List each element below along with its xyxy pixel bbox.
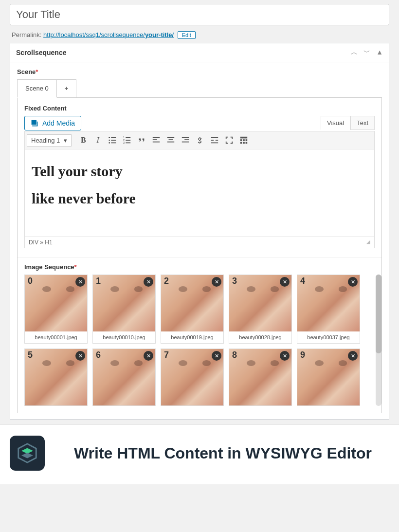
tab-scene-0[interactable]: Scene 0 <box>17 79 57 98</box>
svg-rect-23 <box>216 140 218 141</box>
blockquote-button[interactable] <box>135 133 148 147</box>
svg-rect-25 <box>240 137 247 139</box>
image-caption: beauty00019.jpeg <box>161 331 223 343</box>
move-down-icon[interactable]: ﹀ <box>363 48 370 57</box>
svg-rect-20 <box>182 142 189 143</box>
svg-rect-27 <box>243 139 245 141</box>
svg-point-2 <box>109 140 110 141</box>
remove-image-button[interactable]: ✕ <box>348 277 358 287</box>
numbered-list-button[interactable]: 123 <box>120 133 134 147</box>
add-scene-button[interactable]: + <box>57 79 77 98</box>
editor-heading-2: like never before <box>32 190 367 207</box>
align-center-button[interactable] <box>164 133 178 147</box>
collapse-icon[interactable]: ▲ <box>376 48 383 57</box>
svg-rect-21 <box>211 137 218 138</box>
image-sequence-item[interactable]: 3✕beauty00028.jpeg <box>229 275 292 344</box>
editor-canvas[interactable]: Tell your story like never before <box>24 149 375 237</box>
post-title-input[interactable] <box>10 4 389 25</box>
image-index: 6 <box>96 350 101 360</box>
align-right-button[interactable] <box>179 133 192 147</box>
format-select[interactable]: Heading 1 ▾ <box>27 134 72 147</box>
svg-point-4 <box>109 142 110 144</box>
link-button[interactable] <box>193 133 207 147</box>
svg-rect-31 <box>246 142 248 144</box>
image-index: 7 <box>164 350 169 360</box>
image-index: 2 <box>164 276 169 286</box>
fullscreen-button[interactable] <box>222 133 236 147</box>
image-index: 3 <box>232 276 237 286</box>
image-sequence-item[interactable]: 8✕ <box>229 349 292 406</box>
footer-title: Write HTML Content in WYSIWYG Editor <box>56 444 389 462</box>
svg-rect-3 <box>111 140 116 141</box>
scrollsequence-metabox: Scrollsequence ︿ ﹀ ▲ Scene* Scene 0 + Fi… <box>10 43 389 420</box>
resize-grip-icon[interactable]: ◢ <box>366 239 370 246</box>
remove-image-button[interactable]: ✕ <box>75 277 85 287</box>
image-sequence-item[interactable]: 9✕ <box>297 349 360 406</box>
svg-rect-22 <box>211 140 214 141</box>
toolbar-toggle-button[interactable] <box>237 133 251 147</box>
bold-button[interactable]: B <box>76 133 90 147</box>
svg-rect-17 <box>167 142 174 143</box>
image-sequence-item[interactable]: 1✕beauty00010.jpeg <box>92 275 156 344</box>
editor-tab-visual[interactable]: Visual <box>321 116 350 130</box>
permalink-edit-button[interactable]: Edit <box>178 31 196 39</box>
permalink-row: Permalink: http://localhost/ssq1/scrolls… <box>12 31 389 39</box>
image-sequence-item[interactable]: 0✕beauty00001.jpeg <box>24 275 88 344</box>
bullet-list-button[interactable] <box>106 133 119 147</box>
remove-image-button[interactable]: ✕ <box>144 277 153 287</box>
remove-image-button[interactable]: ✕ <box>212 277 221 287</box>
scene-label: Scene* <box>17 68 382 75</box>
svg-rect-5 <box>111 143 116 144</box>
svg-rect-1 <box>111 137 116 138</box>
footer-banner: Write HTML Content in WYSIWYG Editor <box>0 424 399 484</box>
editor-tab-text[interactable]: Text <box>350 116 375 130</box>
image-index: 1 <box>96 276 101 286</box>
image-index: 4 <box>300 276 305 286</box>
svg-rect-30 <box>243 142 245 144</box>
metabox-title: Scrollsequence <box>16 49 67 56</box>
read-more-button[interactable] <box>208 133 221 147</box>
svg-point-0 <box>109 137 110 138</box>
svg-rect-29 <box>240 142 242 144</box>
image-index: 9 <box>300 350 305 360</box>
svg-rect-12 <box>153 137 160 138</box>
image-caption: beauty00010.jpeg <box>93 331 155 343</box>
image-index: 5 <box>28 350 33 360</box>
remove-image-button[interactable]: ✕ <box>212 351 221 361</box>
svg-rect-7 <box>126 137 131 138</box>
image-index: 8 <box>232 350 237 360</box>
media-icon <box>31 119 38 127</box>
remove-image-button[interactable]: ✕ <box>280 351 290 361</box>
image-caption: beauty00001.jpeg <box>25 331 87 343</box>
svg-rect-13 <box>153 139 157 140</box>
remove-image-button[interactable]: ✕ <box>144 351 153 361</box>
svg-rect-28 <box>246 139 248 141</box>
svg-rect-26 <box>240 139 242 141</box>
image-sequence-item[interactable]: 4✕beauty00037.jpeg <box>297 275 360 344</box>
svg-rect-18 <box>182 137 189 138</box>
editor-toolbar: Heading 1 ▾ B I 123 <box>24 131 375 149</box>
permalink-link[interactable]: http://localhost/ssq1/scrollsequence/you… <box>43 31 174 38</box>
svg-rect-11 <box>126 143 131 144</box>
image-sequence-item[interactable]: 6✕ <box>92 349 156 406</box>
remove-image-button[interactable]: ✕ <box>348 351 358 361</box>
image-sequence-item[interactable]: 5✕ <box>24 349 88 406</box>
grid-scrollbar[interactable] <box>376 275 381 406</box>
permalink-label: Permalink: <box>12 31 41 38</box>
image-sequence-item[interactable]: 7✕ <box>161 349 224 406</box>
image-caption: beauty00037.jpeg <box>297 331 360 343</box>
image-caption: beauty00028.jpeg <box>229 331 291 343</box>
italic-button[interactable]: I <box>91 133 105 147</box>
remove-image-button[interactable]: ✕ <box>75 351 85 361</box>
add-media-button[interactable]: Add Media <box>24 116 81 130</box>
move-up-icon[interactable]: ︿ <box>351 48 358 57</box>
editor-breadcrumb: DIV » H1 <box>29 239 53 246</box>
align-left-button[interactable] <box>149 133 163 147</box>
svg-rect-24 <box>211 143 218 144</box>
editor-heading-1: Tell your story <box>32 163 367 180</box>
svg-rect-14 <box>153 142 160 143</box>
remove-image-button[interactable]: ✕ <box>280 277 290 287</box>
image-sequence-item[interactable]: 2✕beauty00019.jpeg <box>161 275 224 344</box>
svg-text:3: 3 <box>123 141 125 144</box>
image-sequence-label: Image Sequence* <box>24 263 375 271</box>
